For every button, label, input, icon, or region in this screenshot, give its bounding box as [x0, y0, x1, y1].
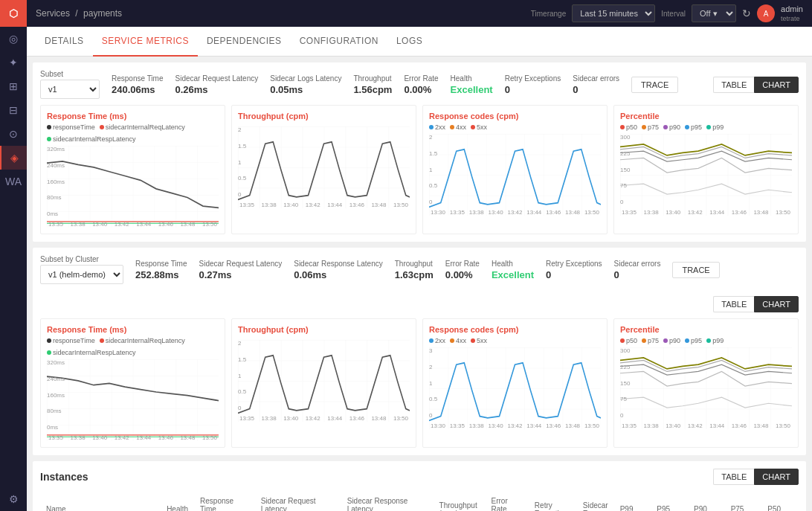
main-content: Services / payments Timerange Last 15 mi…	[27, 0, 812, 511]
subset2-section: Subset by Cluster v1 (helm-demo) Respons…	[33, 248, 806, 455]
tab-logs[interactable]: LOGS	[387, 27, 431, 57]
chart-title-rt1: Response Time (ms)	[47, 112, 219, 120]
legend-responseTime: responseTime	[47, 123, 95, 131]
subset1-retry: Retry Exceptions 0	[505, 74, 561, 95]
legend-p75: p75	[642, 123, 659, 131]
content-area: Subset v1 Response Time 240.06ms Sidecar…	[27, 57, 812, 511]
col-name: Name	[40, 492, 161, 511]
instances-title: Instances	[40, 471, 88, 483]
subset2-metrics-row: Subset by Cluster v1 (helm-demo) Respons…	[40, 255, 799, 312]
legend2-p50: p50	[620, 337, 637, 344]
chart-legend-rt2: responseTime sidecarInternalReqLatency s…	[47, 337, 219, 356]
error-rate-label: Error Rate	[404, 74, 438, 83]
instances-table: Name Health Response Time(ms) Sidecar Re…	[40, 492, 799, 511]
svg-rect-0	[47, 146, 219, 228]
tab-configuration[interactable]: CONFIGURATION	[291, 27, 387, 57]
sidebar-icon-settings[interactable]: ⚙	[0, 487, 27, 511]
legend-2xx: 2xx	[429, 123, 445, 131]
col-p50: P50	[761, 492, 799, 511]
s2-response-time-value: 252.88ms	[135, 269, 187, 280]
chart-response-time-1: Response Time (ms) responseTime sidecarI…	[40, 105, 225, 234]
chart-legend-rt1: responseTime sidecarInternalReqLatency s…	[47, 123, 219, 143]
sidebar-icon-home[interactable]: ◎	[0, 27, 27, 51]
health-value: Excellent	[451, 84, 493, 95]
col-retry: RetryExceptions	[529, 492, 577, 511]
chart-response-codes-1: Response codes (cpm) 2xx 4xx 5xx	[422, 105, 608, 234]
sidebar-icon-plugins[interactable]: ⊞	[0, 74, 27, 98]
subset2-select[interactable]: v1 (helm-demo)	[40, 265, 123, 284]
refresh-button[interactable]: ↻	[742, 7, 751, 19]
trace-button-1[interactable]: TRACE	[631, 77, 678, 93]
subset1-sidecar-req: Sidecar Request Latency 0.26ms	[175, 74, 258, 95]
chart-area-tp1: 13:3513:3813:4013:4213:4413:4613:4813:50…	[238, 126, 410, 208]
table-button-2[interactable]: TABLE	[713, 296, 754, 312]
instances-table-button[interactable]: TABLE	[713, 469, 754, 485]
chart-area-rc2: 13:3013:3513:3813:4013:4213:4413:4613:48…	[429, 347, 601, 429]
table-header-row: Name Health Response Time(ms) Sidecar Re…	[40, 492, 799, 511]
sidebar-icon-services[interactable]: ◈	[0, 146, 27, 170]
sidebar: ⬡ ◎ ✦ ⊞ ⊟ ⊙ ◈ WA ⚙	[0, 0, 27, 511]
chart-button-1[interactable]: CHART	[754, 77, 799, 93]
legend2-responseTime: responseTime	[47, 337, 95, 344]
col-sidecar-resp: Sidecar Response Latency(ms)	[341, 492, 434, 511]
legend2-p90: p90	[663, 337, 680, 344]
s2-health-value: Excellent	[492, 269, 534, 280]
sidecar-resp-value: 0.05ms	[270, 84, 341, 95]
svg-rect-6	[429, 347, 601, 429]
sidebar-icon-instances[interactable]: ⊟	[0, 98, 27, 122]
tab-details[interactable]: DETAILS	[36, 27, 93, 57]
throughput-label: Throughput	[353, 74, 392, 83]
tab-service-metrics[interactable]: SERVICE METRICS	[93, 27, 198, 57]
chart-area-rt1: 13:3513:3813:4013:4213:4413:4613:4813:50…	[47, 146, 219, 228]
breadcrumb: Services / payments	[36, 8, 122, 19]
legend-4xx: 4xx	[450, 123, 466, 131]
s2-sidecar-errors-label: Sidecar errors	[614, 260, 661, 268]
subset1-sidecar-errors: Sidecar errors 0	[573, 74, 619, 95]
sidecar-req-value: 0.26ms	[175, 84, 258, 95]
legend2-sidecarRespLatency: sidecarInternalRespLatency	[47, 349, 136, 356]
chart-response-time-2: Response Time (ms) responseTime sidecarI…	[40, 318, 225, 448]
legend-p90: p90	[663, 123, 680, 131]
s2-throughput-label: Throughput	[395, 260, 434, 268]
subset1-label: Subset	[40, 70, 100, 78]
instances-view-toggle: TABLE CHART	[713, 469, 799, 485]
chart-button-2[interactable]: CHART	[754, 296, 799, 312]
subset2-sidecar-req: Sidecar Request Latency 0.27ms	[199, 260, 282, 280]
chart-area-rt2: 13:3513:3813:4013:4213:4413:4613:4813:50…	[47, 359, 219, 441]
legend-p50: p50	[620, 123, 637, 131]
chart-title-rc1: Response codes (cpm)	[429, 112, 601, 120]
instances-chart-button[interactable]: CHART	[754, 469, 799, 485]
subset2-label-container: Subset by Cluster v1 (helm-demo)	[40, 255, 123, 284]
chart-legend-rc2: 2xx 4xx 5xx	[429, 337, 601, 344]
response-time-label: Response Time	[112, 74, 163, 83]
svg-rect-2	[429, 134, 601, 216]
topbar: Services / payments Timerange Last 15 mi…	[27, 0, 812, 27]
trace-button-2[interactable]: TRACE	[672, 262, 719, 278]
response-time-value: 240.06ms	[112, 84, 163, 95]
error-rate-value: 0.00%	[404, 84, 438, 95]
view-toggle-1: TABLE CHART	[713, 77, 799, 93]
legend2-sidecarReqLatency: sidecarInternalReqLatency	[100, 337, 185, 344]
s2-sidecar-resp-label: Sidecar Response Latency	[294, 260, 383, 268]
interval-select[interactable]: Off ▾	[692, 4, 736, 22]
legend2-4xx: 4xx	[450, 337, 466, 344]
logo: ⬡	[0, 0, 27, 27]
col-p75: P75	[725, 492, 762, 511]
table-button-1[interactable]: TABLE	[713, 77, 754, 93]
legend2-2xx: 2xx	[429, 337, 445, 344]
sidebar-icon-topology[interactable]: ⊙	[0, 122, 27, 146]
sidebar-icon-explore[interactable]: ✦	[0, 51, 27, 74]
tab-dependencies[interactable]: DEPENDENCIES	[198, 27, 291, 57]
sidebar-icon-workspace[interactable]: WA	[0, 170, 27, 193]
interval-label: Interval	[661, 10, 686, 18]
legend-5xx: 5xx	[471, 123, 487, 131]
timerange-select[interactable]: Last 15 minutes	[572, 4, 655, 22]
sidecar-errors-value: 0	[573, 84, 619, 95]
subset1-select[interactable]: v1	[40, 80, 100, 99]
breadcrumb-services[interactable]: Services	[36, 8, 70, 19]
subset2-throughput: Throughput 1.63cpm	[395, 260, 434, 280]
svg-rect-5	[238, 340, 410, 422]
sidecar-errors-label: Sidecar errors	[573, 74, 619, 83]
subset2-response-time: Response Time 252.88ms	[135, 260, 187, 280]
chart-legend-p2: p50 p75 p90 p95 p99	[620, 337, 792, 344]
